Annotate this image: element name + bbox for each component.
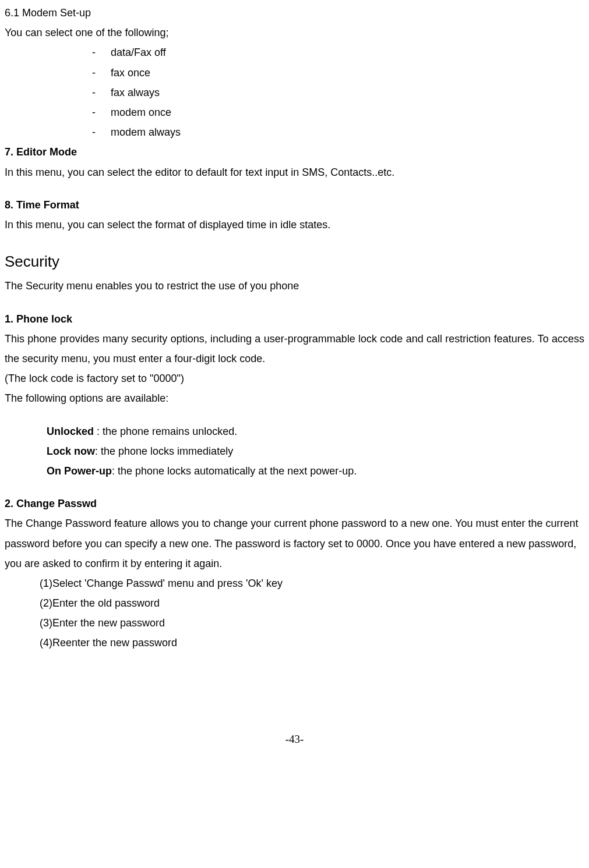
dash-icon: - [92,63,99,83]
paragraph: The following options are available: [5,388,584,408]
dash-icon: - [92,83,99,102]
list-item: - fax once [92,63,584,83]
paragraph: (The lock code is factory set to "0000") [5,369,584,388]
list-item: (4) Reenter the new password [40,633,584,653]
section-phone-lock: 1. Phone lock This phone provides many s… [5,309,584,481]
page-number: -43- [5,729,584,750]
option-item: Lock now: the phone locks immediately [47,441,584,461]
option-label: Unlocked [47,426,97,437]
paragraph: You can select one of the following; [5,23,584,42]
heading-change-passwd: 2. Change Passwd [5,494,584,513]
section-7: 7. Editor Mode In this menu, you can sel… [5,142,584,182]
option-item: Unlocked : the phone remains unlocked. [47,421,584,441]
bullet-list: - data/Fax off - fax once - fax always -… [5,42,584,142]
section-6-1: 6.1 Modem Set-up You can select one of t… [5,3,584,142]
list-item: - modem once [92,102,584,122]
option-item: On Power-up: the phone locks automatical… [47,461,584,481]
paragraph: This phone provides many security option… [5,329,584,369]
list-item: - modem always [92,122,584,142]
list-item: - data/Fax off [92,42,584,62]
dash-icon: - [92,42,99,62]
option-label: On Power-up [47,465,112,477]
step-text: Enter the new password [52,613,165,633]
paragraph: The Change Password feature allows you t… [5,513,584,573]
list-item: - fax always [92,83,584,102]
paragraph: The Security menu enables you to restric… [5,276,584,296]
list-text: data/Fax off [111,42,166,62]
step-text: Reenter the new password [52,633,177,653]
heading-8: 8. Time Format [5,195,584,215]
heading-7: 7. Editor Mode [5,142,584,162]
options-list: Unlocked : the phone remains unlocked. L… [5,421,584,481]
heading-security: Security [5,247,584,276]
step-text: Select 'Change Passwd' menu and press 'O… [52,573,283,593]
list-item: (1) Select 'Change Passwd' menu and pres… [40,573,584,593]
step-number: (4) [40,633,52,653]
heading-phone-lock: 1. Phone lock [5,309,584,329]
option-desc: : the phone remains unlocked. [97,426,237,437]
list-text: modem always [111,122,181,142]
list-text: modem once [111,102,171,122]
numbered-list: (1) Select 'Change Passwd' menu and pres… [5,573,584,653]
list-item: (3) Enter the new password [40,613,584,633]
option-desc: : the phone locks immediately [95,445,233,457]
section-change-passwd: 2. Change Passwd The Change Password fea… [5,494,584,653]
list-item: (2) Enter the old password [40,593,584,613]
paragraph: In this menu, you can select the editor … [5,162,584,182]
step-number: (3) [40,613,52,633]
step-number: (2) [40,593,52,613]
list-text: fax always [111,83,160,102]
step-text: Enter the old password [52,593,160,613]
list-text: fax once [111,63,150,83]
option-label: Lock now [47,445,95,457]
option-desc: : the phone locks automatically at the n… [112,465,357,477]
paragraph: In this menu, you can select the format … [5,215,584,235]
dash-icon: - [92,102,99,122]
step-number: (1) [40,573,52,593]
dash-icon: - [92,122,99,142]
section-8: 8. Time Format In this menu, you can sel… [5,195,584,235]
heading-6-1: 6.1 Modem Set-up [5,3,584,23]
